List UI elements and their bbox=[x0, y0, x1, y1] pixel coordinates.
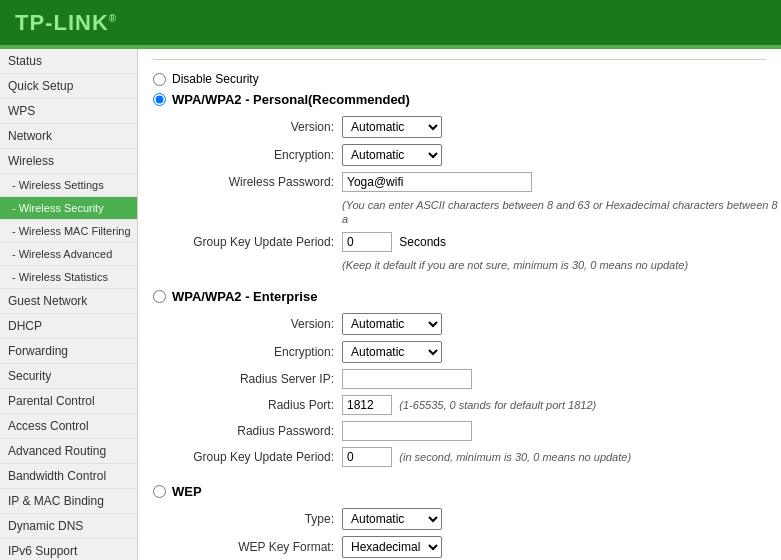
encryption-row: Encryption: Automatic bbox=[173, 141, 781, 169]
wep-section: WEP Type: Automatic WEP Key Format: Hex bbox=[153, 484, 766, 560]
logo-text: TP-LINK bbox=[15, 10, 109, 35]
sidebar: Status Quick Setup WPS Network Wireless … bbox=[0, 49, 138, 560]
sidebar-item-guest-network[interactable]: Guest Network bbox=[0, 289, 137, 314]
wep-type-row: Type: Automatic bbox=[173, 505, 781, 533]
main-layout: Status Quick Setup WPS Network Wireless … bbox=[0, 49, 781, 560]
sidebar-item-ip-mac-binding[interactable]: IP & MAC Binding bbox=[0, 489, 137, 514]
disable-security-row: Disable Security bbox=[153, 72, 766, 86]
top-divider bbox=[153, 59, 766, 60]
wep-type-label: Type: bbox=[173, 505, 338, 533]
ent-group-key-label: Group Key Update Period: bbox=[173, 444, 338, 470]
version-select[interactable]: Automatic bbox=[342, 116, 442, 138]
password-row: Wireless Password: bbox=[173, 169, 781, 195]
version-row: Version: Automatic bbox=[173, 113, 781, 141]
wpa-enterprise-radio[interactable] bbox=[153, 290, 166, 303]
content-area: Disable Security WPA/WPA2 - Personal(Rec… bbox=[138, 49, 781, 560]
ent-group-key-hint: (in second, minimum is 30, 0 means no up… bbox=[399, 451, 631, 463]
version-label: Version: bbox=[173, 113, 338, 141]
wpa-enterprise-form: Version: Automatic Encryption: Automatic bbox=[173, 310, 781, 470]
radius-ip-input[interactable] bbox=[342, 369, 472, 389]
sidebar-item-wireless-mac-filtering[interactable]: - Wireless MAC Filtering bbox=[0, 220, 137, 243]
encryption-label: Encryption: bbox=[173, 141, 338, 169]
wpa-personal-radio[interactable] bbox=[153, 93, 166, 106]
wep-row: WEP bbox=[153, 484, 766, 499]
radius-port-input[interactable] bbox=[342, 395, 392, 415]
ent-encryption-label: Encryption: bbox=[173, 338, 338, 366]
radius-pw-row: Radius Password: bbox=[173, 418, 781, 444]
ent-version-row: Version: Automatic bbox=[173, 310, 781, 338]
wep-form: Type: Automatic WEP Key Format: Hexadeci… bbox=[173, 505, 781, 560]
wep-radio[interactable] bbox=[153, 485, 166, 498]
password-hint-row: (You can enter ASCII characters between … bbox=[173, 195, 781, 229]
radius-pw-input[interactable] bbox=[342, 421, 472, 441]
wpa-personal-row: WPA/WPA2 - Personal(Recommended) bbox=[153, 92, 766, 107]
sidebar-item-wps[interactable]: WPS bbox=[0, 99, 137, 124]
group-key-row: Group Key Update Period: Seconds bbox=[173, 229, 781, 255]
group-key-hint-row: (Keep it default if you are not sure, mi… bbox=[173, 255, 781, 275]
ent-version-select[interactable]: Automatic bbox=[342, 313, 442, 335]
sidebar-item-wireless[interactable]: Wireless bbox=[0, 149, 137, 174]
wpa-enterprise-section: WPA/WPA2 - Enterprise Version: Automatic… bbox=[153, 289, 766, 470]
ent-version-label: Version: bbox=[173, 310, 338, 338]
sidebar-item-network[interactable]: Network bbox=[0, 124, 137, 149]
sidebar-item-wireless-settings[interactable]: - Wireless Settings bbox=[0, 174, 137, 197]
sidebar-item-security[interactable]: Security bbox=[0, 364, 137, 389]
sidebar-item-access-control[interactable]: Access Control bbox=[0, 414, 137, 439]
radius-port-row: Radius Port: (1-65535, 0 stands for defa… bbox=[173, 392, 781, 418]
wpa-personal-form: Version: Automatic Encryption: Automatic bbox=[173, 113, 781, 275]
wpa-personal-section: WPA/WPA2 - Personal(Recommended) Version… bbox=[153, 92, 766, 275]
sidebar-item-parental-control[interactable]: Parental Control bbox=[0, 389, 137, 414]
sidebar-item-wireless-security[interactable]: - Wireless Security bbox=[0, 197, 137, 220]
seconds-label: Seconds bbox=[399, 235, 446, 249]
sidebar-item-forwarding[interactable]: Forwarding bbox=[0, 339, 137, 364]
wep-format-select[interactable]: Hexadecimal bbox=[342, 536, 442, 558]
radius-ip-row: Radius Server IP: bbox=[173, 366, 781, 392]
ent-encryption-row: Encryption: Automatic bbox=[173, 338, 781, 366]
encryption-select[interactable]: Automatic bbox=[342, 144, 442, 166]
sidebar-item-quick-setup[interactable]: Quick Setup bbox=[0, 74, 137, 99]
wep-format-label: WEP Key Format: bbox=[173, 533, 338, 560]
sidebar-item-bandwidth-control[interactable]: Bandwidth Control bbox=[0, 464, 137, 489]
password-hint: (You can enter ASCII characters between … bbox=[342, 199, 778, 225]
sidebar-item-dhcp[interactable]: DHCP bbox=[0, 314, 137, 339]
wep-type-select[interactable]: Automatic bbox=[342, 508, 442, 530]
radius-port-hint: (1-65535, 0 stands for default port 1812… bbox=[399, 399, 596, 411]
disable-security-radio[interactable] bbox=[153, 73, 166, 86]
group-key-label: Group Key Update Period: bbox=[173, 229, 338, 255]
radius-pw-label: Radius Password: bbox=[173, 418, 338, 444]
ent-group-key-row: Group Key Update Period: (in second, min… bbox=[173, 444, 781, 470]
radius-port-label: Radius Port: bbox=[173, 392, 338, 418]
sidebar-item-dynamic-dns[interactable]: Dynamic DNS bbox=[0, 514, 137, 539]
group-key-input[interactable] bbox=[342, 232, 392, 252]
password-input[interactable] bbox=[342, 172, 532, 192]
group-key-hint: (Keep it default if you are not sure, mi… bbox=[342, 259, 688, 271]
radius-ip-label: Radius Server IP: bbox=[173, 366, 338, 392]
logo-registered: ® bbox=[109, 12, 117, 23]
logo: TP-LINK® bbox=[15, 10, 117, 36]
wpa-enterprise-label: WPA/WPA2 - Enterprise bbox=[172, 289, 317, 304]
sidebar-item-wireless-advanced[interactable]: - Wireless Advanced bbox=[0, 243, 137, 266]
ent-encryption-select[interactable]: Automatic bbox=[342, 341, 442, 363]
wpa-personal-label: WPA/WPA2 - Personal(Recommended) bbox=[172, 92, 410, 107]
disable-security-label: Disable Security bbox=[172, 72, 259, 86]
sidebar-item-ipv6-support[interactable]: IPv6 Support bbox=[0, 539, 137, 560]
wep-label: WEP bbox=[172, 484, 202, 499]
sidebar-item-wireless-statistics[interactable]: - Wireless Statistics bbox=[0, 266, 137, 289]
header: TP-LINK® bbox=[0, 0, 781, 45]
sidebar-item-advanced-routing[interactable]: Advanced Routing bbox=[0, 439, 137, 464]
wep-format-row: WEP Key Format: Hexadecimal bbox=[173, 533, 781, 560]
password-label: Wireless Password: bbox=[173, 169, 338, 195]
sidebar-item-status[interactable]: Status bbox=[0, 49, 137, 74]
ent-group-key-input[interactable] bbox=[342, 447, 392, 467]
wpa-enterprise-row: WPA/WPA2 - Enterprise bbox=[153, 289, 766, 304]
